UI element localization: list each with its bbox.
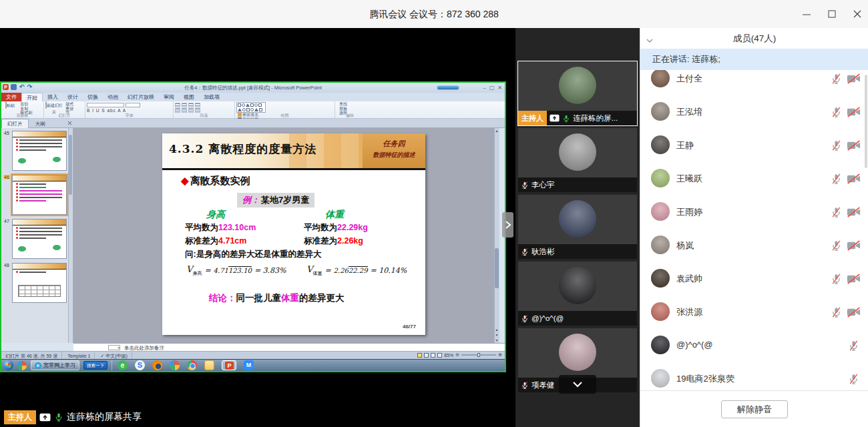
font-style-buttons[interactable]: B I U S abc A A (87, 108, 172, 113)
360-browser-icon[interactable]: e (118, 360, 128, 370)
video-tile[interactable]: 耿浩彬 (518, 195, 637, 259)
shapes-gallery[interactable] (236, 102, 266, 113)
spacing-icon[interactable] (195, 103, 200, 107)
participant-name: 李心宇 (531, 180, 555, 190)
ppt-tab-2[interactable]: 插入 (43, 93, 63, 101)
align-right-icon[interactable] (188, 108, 194, 113)
folder-icon[interactable] (204, 360, 214, 370)
tencent-meeting-icon[interactable]: M (244, 360, 254, 370)
meeting-title: 腾讯会议 会议号：872 360 288 (0, 0, 868, 28)
video-tile[interactable]: 李心宇 (518, 128, 637, 192)
font-family-select[interactable] (87, 103, 124, 107)
zoom-out-icon[interactable]: ⊖ (455, 352, 459, 358)
ppt-tab-9[interactable]: 加载项 (199, 93, 224, 101)
ppt-tab-1[interactable]: 开始 (21, 93, 43, 101)
next-slide-icon[interactable]: ▼ (494, 332, 499, 338)
zoom-slider[interactable] (461, 354, 496, 356)
chevron-right-icon (505, 220, 511, 230)
avatar (651, 102, 670, 121)
tab-slides[interactable]: 幻灯片 (1, 119, 29, 128)
speaking-banner: 正在讲话: 连薛栋; (640, 49, 868, 70)
ppt-tab-4[interactable]: 切换 (83, 93, 103, 101)
normal-view-icon[interactable] (417, 353, 422, 358)
collapse-videos-button[interactable] (559, 375, 596, 394)
member-name: 王曦跃 (676, 173, 702, 185)
expand-panel-button[interactable] (502, 212, 513, 238)
ppt-restore-icon[interactable]: ▢ (489, 85, 495, 91)
member-row[interactable]: 袁武帅 (640, 262, 868, 295)
member-row[interactable]: 19电商2张泉荧 (640, 362, 868, 390)
tile-name-bar: @)^o^(@ (518, 311, 637, 326)
browser-taskbar-button[interactable]: e 宽带网上学习 (31, 360, 79, 370)
video-tile[interactable]: @)^o^(@ (518, 262, 637, 326)
ppt-tab-6[interactable]: 幻灯片放映 (123, 93, 159, 101)
thumbnail-scrollbar[interactable] (68, 128, 73, 343)
mic-muted-icon (831, 72, 842, 85)
layout-button[interactable]: 版式 (65, 102, 73, 107)
avatar (559, 334, 596, 371)
collapse-members-icon[interactable] (646, 34, 654, 46)
indent-icon[interactable] (188, 103, 194, 107)
avatar (651, 70, 670, 87)
reading-view-icon[interactable] (431, 353, 435, 358)
ppt-tab-0[interactable]: 文件 (1, 93, 21, 101)
members-scrollbar[interactable] (865, 75, 867, 168)
close-icon[interactable] (852, 9, 863, 19)
member-row[interactable]: 王泓堉 (640, 95, 868, 128)
find-button[interactable]: 查找 (339, 102, 347, 107)
align-left-icon[interactable] (175, 108, 180, 113)
ppt-tab-8[interactable]: 视图 (179, 93, 199, 101)
member-row[interactable]: 王静 (640, 128, 868, 161)
number-list-icon[interactable] (182, 103, 187, 107)
unmute-button[interactable]: 解除静音 (721, 400, 788, 418)
sorter-view-icon[interactable] (424, 353, 429, 358)
notes-zoom-combo[interactable]: ▾ (108, 345, 120, 350)
member-row[interactable]: 杨岚 (640, 228, 868, 262)
camera-off-icon (847, 274, 861, 284)
pane-close-icon[interactable] (67, 121, 72, 127)
360-safe-icon[interactable]: S (135, 360, 145, 370)
justify-icon[interactable] (195, 108, 200, 113)
ppt-tab-7[interactable]: 审阅 (159, 93, 179, 101)
member-row[interactable]: 王雨婷 (640, 195, 868, 228)
previous-slide-icon[interactable]: ▲ (494, 327, 499, 332)
member-row[interactable]: @)^o^(@ (640, 328, 868, 362)
slide-number: 45 (3, 131, 10, 135)
mic-muted-icon (831, 272, 842, 286)
slide-thumbnail-46[interactable] (12, 175, 67, 215)
scroll-up-icon[interactable]: ▲ (494, 128, 499, 133)
slide-thumbnail-45[interactable] (12, 131, 67, 171)
slide-thumbnail-47[interactable] (12, 219, 67, 259)
powerpoint-icon[interactable] (222, 360, 236, 370)
minimize-icon[interactable] (801, 9, 812, 19)
font-size-select[interactable] (126, 103, 140, 107)
search-button[interactable]: 搜索一下 (83, 361, 107, 370)
system-tray-app-icon[interactable] (17, 361, 27, 370)
video-tile[interactable]: 主持人 连薛栋的屏... (518, 61, 637, 125)
ppt-minimize-icon[interactable]: – (483, 85, 485, 91)
slideshow-view-icon[interactable] (437, 353, 442, 358)
notes-area[interactable]: ▾ 单击此处添加备注 (73, 343, 505, 351)
ppt-close-icon[interactable]: ✕ (497, 85, 502, 91)
scroll-down-icon[interactable]: ▼ (494, 338, 499, 343)
align-center-icon[interactable] (182, 108, 187, 113)
slide-scrollbar[interactable]: ▲ ▲ ▼ ▼ (494, 128, 499, 343)
bullet-list-icon[interactable] (175, 103, 180, 107)
ppt-tab-5[interactable]: 动画 (103, 93, 123, 101)
paste-button[interactable]: 粘贴 (3, 102, 17, 109)
slide-thumbnail-48[interactable] (12, 263, 67, 303)
avatar (651, 369, 670, 388)
member-row[interactable]: 土付全 (640, 70, 868, 95)
start-button[interactable] (3, 360, 13, 370)
ppt-tab-3[interactable]: 设计 (63, 93, 83, 101)
tab-outline[interactable]: 大纲 (30, 119, 51, 129)
chrome-icon[interactable] (187, 360, 197, 370)
zoom-in-icon[interactable]: ⊕ (498, 352, 502, 358)
maximize-icon[interactable] (827, 9, 837, 19)
member-row[interactable]: 张洪源 (640, 295, 868, 328)
firefox-icon[interactable] (152, 360, 162, 370)
member-row[interactable]: 王曦跃 (640, 161, 868, 195)
2345-browser-icon[interactable] (170, 360, 180, 370)
members-list: 土付全 王泓堉 王静 王曦跃 王雨婷 杨岚 袁武帅 (640, 70, 868, 390)
member-name: 袁武帅 (676, 273, 702, 285)
